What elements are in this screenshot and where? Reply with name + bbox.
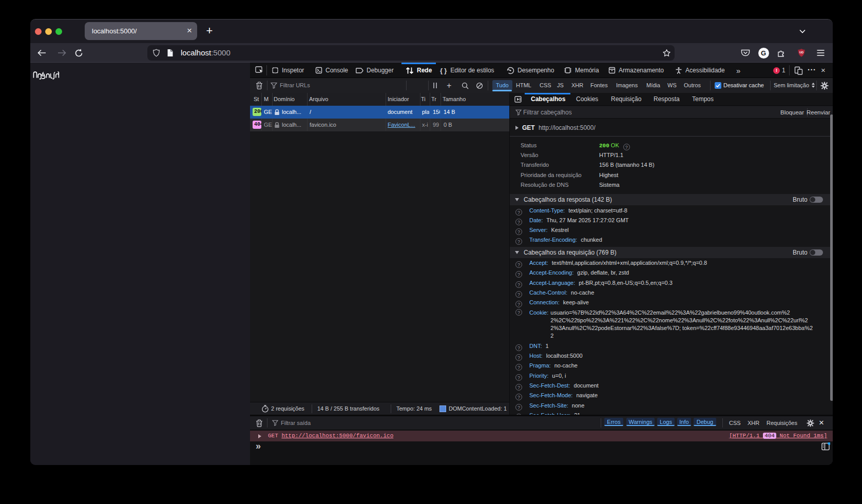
- svg-text:UO: UO: [799, 51, 804, 54]
